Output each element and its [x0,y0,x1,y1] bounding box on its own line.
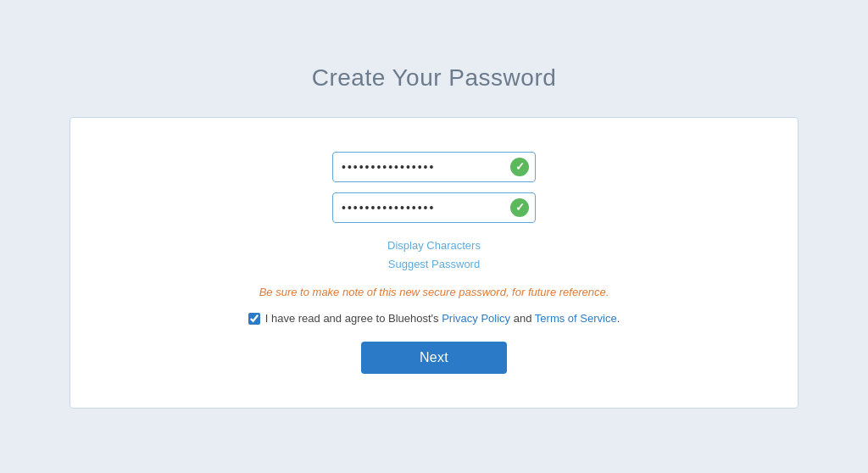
form-card: Display Characters Suggest Password Be s… [70,117,798,409]
agreement-checkbox[interactable] [248,313,260,325]
password-check-icon [510,158,529,176]
confirm-password-input[interactable] [332,192,536,223]
suggest-password-link[interactable]: Suggest Password [388,255,480,274]
form-section: Display Characters Suggest Password Be s… [113,152,755,374]
confirm-password-check-icon [510,198,529,217]
warning-text: Be sure to make note of this new secure … [259,286,609,298]
privacy-policy-link[interactable]: Privacy Policy [442,312,510,325]
display-characters-link[interactable]: Display Characters [387,236,481,255]
terms-of-service-link[interactable]: Terms of Service [535,312,617,325]
agreement-text: I have read and agree to Bluehost's Priv… [265,312,620,325]
password-links: Display Characters Suggest Password [387,236,481,274]
password-input-row [332,152,536,182]
next-button[interactable]: Next [361,342,507,374]
confirm-password-input-row [332,192,536,223]
password-input[interactable] [332,152,536,182]
page-title: Create Your Password [312,64,557,92]
agreement-row: I have read and agree to Bluehost's Priv… [248,312,620,325]
